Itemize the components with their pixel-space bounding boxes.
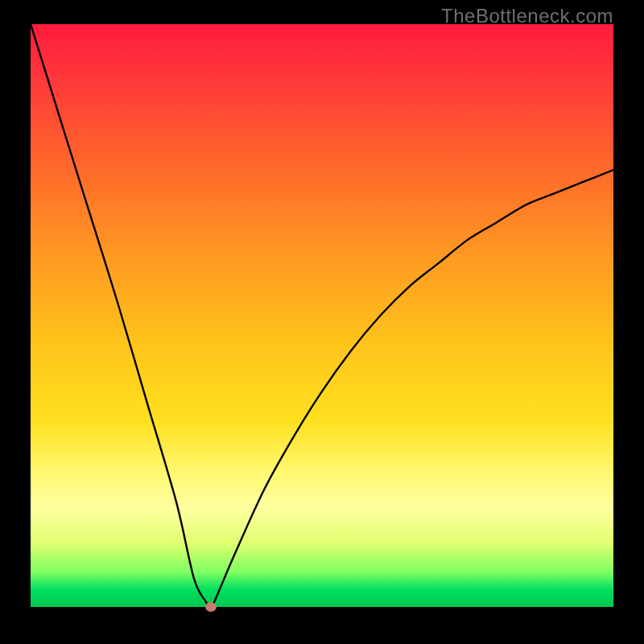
minimum-marker [205,602,217,612]
bottleneck-curve-path [31,24,613,607]
plot-area [31,24,613,607]
chart-frame: TheBottleneck.com [0,0,644,644]
curve-svg [31,24,613,607]
